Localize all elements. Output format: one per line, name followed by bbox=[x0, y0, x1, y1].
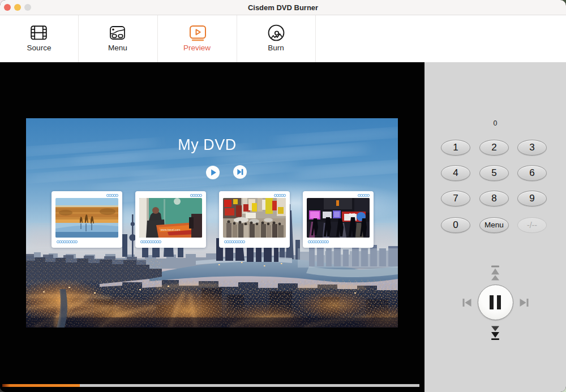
svg-text:JVC: JVC bbox=[349, 213, 355, 216]
svg-text:www.travel.com: www.travel.com bbox=[160, 228, 180, 231]
